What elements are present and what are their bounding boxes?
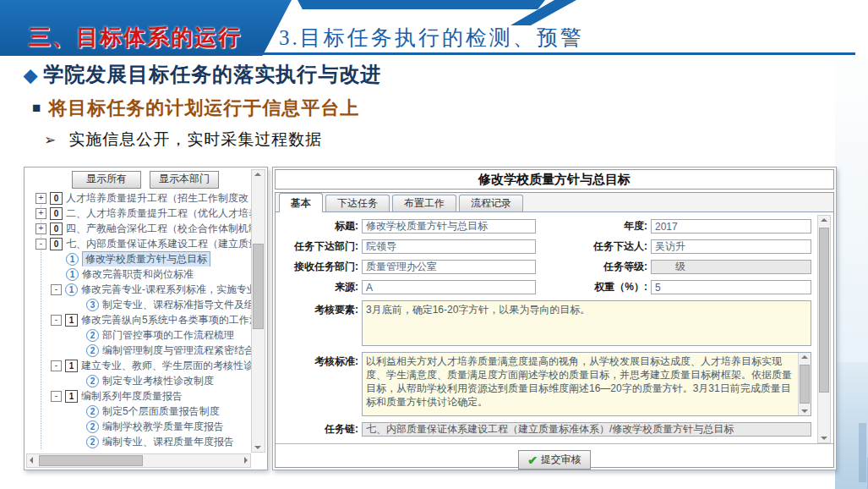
tree-horizontal-scrollbar[interactable] (26, 453, 251, 468)
step-badge: 2 (86, 375, 99, 387)
tree-item-selected[interactable]: 1修改学校质量方针与总目标 (27, 251, 251, 266)
tree-item-label[interactable]: 建立专业、教师、学生层面的考核性诊 (81, 359, 251, 373)
scroll-up-icon[interactable] (821, 218, 827, 222)
expander-icon[interactable]: - (51, 315, 62, 326)
tree-item-label[interactable]: 修改完善职责和岗位标准 (82, 267, 194, 282)
assess-standard-textarea[interactable]: 以利益相关方对人才培养质量满意度提高的视角，从学校发展目标达成度、人才培养目标实… (362, 352, 811, 416)
tree-item-label[interactable]: 七、内部质量保证体系建设工程（建立质量 (66, 237, 251, 251)
scroll-down-icon[interactable] (801, 409, 808, 413)
year-input[interactable] (651, 219, 811, 234)
tree-item[interactable]: -1修改完善纵向5系统中各类事项的工作流 (27, 312, 251, 327)
tree-item[interactable]: +0人才培养质量提升工程（招生工作制度改 (27, 190, 251, 206)
submit-review-label: 提交审核 (541, 453, 581, 467)
tab-issue-task[interactable]: 下达任务 (325, 195, 390, 212)
scrollbar-thumb[interactable] (39, 455, 143, 466)
expander-icon[interactable]: + (35, 223, 46, 234)
count-badge: 0 (50, 223, 63, 235)
tab-process-record[interactable]: 流程记录 (459, 195, 523, 212)
step-badge: 2 (86, 405, 99, 418)
step-badge: 1 (66, 253, 79, 266)
step-badge: 2 (86, 420, 99, 433)
tree-item[interactable]: 2编制专业、课程质量年度报告 (27, 434, 251, 449)
tree-item-label[interactable]: 修改完善纵向5系统中各类事项的工作流 (81, 313, 251, 327)
tree-item-label[interactable]: 编制系列年度质量报告 (81, 389, 183, 404)
scrollbar-thumb[interactable] (800, 365, 810, 404)
tab-assign-work[interactable]: 布置工作 (392, 195, 456, 212)
source-input[interactable] (362, 280, 536, 294)
scroll-up-icon[interactable] (801, 355, 808, 359)
tree-item-label[interactable]: 编制管理制度与管理流程紧密结合的 (102, 343, 251, 358)
tree-item[interactable]: -1建立专业、教师、学生层面的考核性诊 (27, 358, 251, 373)
count-badge: 1 (65, 314, 78, 327)
show-all-button[interactable]: 显示所有 (72, 171, 141, 189)
tab-basic[interactable]: 基本 (279, 193, 323, 212)
tree-item-label[interactable]: 编制专业、课程质量年度报告 (102, 435, 234, 449)
year-label: 年度: (560, 219, 647, 234)
show-department-button[interactable]: 显示本部门 (150, 171, 219, 189)
tree-item[interactable]: 2部门管控事项的工作流程梳理 (27, 327, 251, 343)
step-badge: 1 (66, 268, 79, 281)
scroll-left-icon[interactable] (30, 457, 33, 464)
step-badge: 2 (86, 329, 99, 342)
expander-icon[interactable]: - (35, 239, 46, 250)
button-bar: ✔ 提交审核 (276, 443, 833, 470)
assess-elements-label: 考核要素: (284, 300, 358, 317)
expander-icon[interactable]: - (51, 391, 62, 402)
tree-item-label[interactable]: 修改学校质量方针与总目标 (82, 251, 210, 266)
tree-item-label[interactable]: 制定专业考核性诊改制度 (102, 374, 214, 388)
tree-item-label[interactable]: 制定专业、课程标准指导文件及组织 (102, 298, 251, 312)
page-subtitle: 3.目标任务执行的检测、预警 (279, 24, 584, 52)
tree-item[interactable]: -1修改完善专业-课程系列标准，实施专业 (27, 282, 251, 297)
tree-item-label[interactable]: 二、人才培养质量提升工程（优化人才培养 (66, 206, 251, 221)
task-level-input[interactable] (651, 260, 811, 274)
tree-item-label[interactable]: 修改完善专业-课程系列标准，实施专业 (81, 283, 251, 297)
scroll-right-icon[interactable] (244, 457, 248, 464)
step-badge: 1 (65, 283, 78, 296)
tree-item[interactable]: 1修改完善职责和岗位标准 (27, 266, 251, 282)
tree-item[interactable]: +0四、产教融合深化工程（校企合作体制机制 (27, 221, 251, 236)
tree-item[interactable]: 3制定专业、课程标准指导文件及组织 (27, 297, 251, 312)
tree-item[interactable]: +0二、人才培养质量提升工程（优化人才培养 (27, 206, 251, 221)
subtitle-underline (249, 52, 855, 55)
scrollbar-thumb[interactable] (253, 244, 264, 330)
scrollbar-thumb[interactable] (819, 228, 829, 393)
tree-item-label[interactable]: 人才培养质量提升工程（招生工作制度改 (66, 191, 248, 206)
tree-item[interactable]: -1编制系列年度质量报告 (27, 388, 251, 404)
tree-item-label[interactable]: 编制学校教学质量年度报告 (102, 420, 224, 434)
weight-input[interactable] (651, 280, 811, 294)
issue-dept-input[interactable] (362, 239, 536, 254)
tree-item-label[interactable]: 部门管控事项的工作流程梳理 (102, 328, 234, 343)
expander-icon[interactable]: - (51, 360, 62, 371)
expander-icon[interactable]: - (51, 284, 62, 295)
heading-level1: ◆学院发展目标任务的落实执行与改进 (24, 61, 381, 88)
tree-item[interactable]: 2制定专业考核性诊改制度 (27, 373, 251, 388)
task-tree: +0人才培养质量提升工程（招生工作制度改 +0二、人才培养质量提升工程（优化人才… (27, 190, 251, 453)
heading-level2-text: 将目标任务的计划运行于信息平台上 (48, 97, 359, 118)
heading-level3: ➢实施信息公开，实时采集过程数据 (44, 129, 322, 151)
issuer-input[interactable] (651, 239, 811, 254)
tree-item[interactable]: 2制定5个层面质量报告制度 (27, 404, 251, 419)
form-body: 基本 下达任务 布置工作 流程记录 标题: 年度: 任务下达部门: 任务下达人:… (275, 192, 834, 468)
task-chain-input[interactable] (362, 422, 811, 437)
scroll-down-icon[interactable] (254, 446, 261, 449)
tree-item[interactable]: 2编制学校教学质量年度报告 (27, 419, 251, 434)
tree-item[interactable]: 2编制管理制度与管理流程紧密结合的 (27, 343, 251, 358)
tree-item-label[interactable]: 四、产教融合深化工程（校企合作体制机制 (66, 222, 251, 236)
title-input[interactable] (362, 219, 536, 234)
expander-icon[interactable]: + (35, 208, 46, 219)
tree-item-label[interactable]: 制定5个层面质量报告制度 (102, 404, 220, 419)
arrow-bullet-icon: ➢ (44, 132, 57, 148)
scroll-down-icon[interactable] (821, 437, 827, 440)
tree-item[interactable]: -0七、内部质量保证体系建设工程（建立质量 (27, 236, 251, 251)
assess-elements-textarea[interactable]: 3月底前，确定16-20字方针，以果为导向的目标。 (362, 300, 811, 346)
form-vertical-scrollbar[interactable] (817, 215, 831, 443)
scroll-up-icon[interactable] (254, 173, 261, 176)
receive-dept-input[interactable] (362, 260, 536, 274)
textarea-scrollbar[interactable] (798, 353, 811, 415)
expander-icon[interactable]: + (35, 193, 46, 204)
submit-review-button[interactable]: ✔ 提交审核 (518, 450, 591, 470)
heading-level2: ■将目标任务的计划运行于信息平台上 (32, 96, 359, 121)
heading-level1-text: 学院发展目标任务的落实执行与改进 (43, 63, 381, 85)
tree-vertical-scrollbar[interactable] (251, 169, 265, 453)
section-title: 三、目标体系的运行 (29, 23, 242, 52)
